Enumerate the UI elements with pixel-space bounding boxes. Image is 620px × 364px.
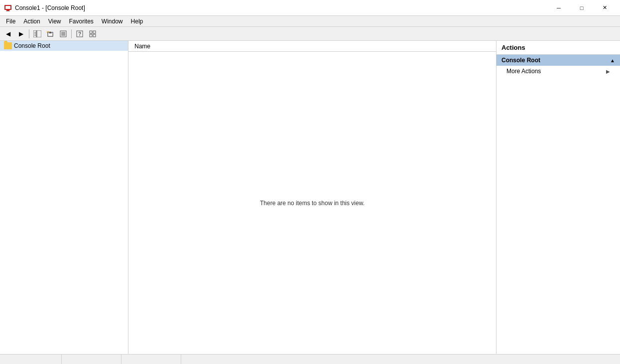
chevron-up-icon: ▲ <box>610 58 615 63</box>
status-segment-3 <box>122 355 181 364</box>
close-button[interactable]: ✕ <box>593 0 616 16</box>
menu-help[interactable]: Help <box>127 16 147 27</box>
svg-rect-22 <box>90 34 92 37</box>
svg-rect-20 <box>90 31 92 33</box>
menu-view[interactable]: View <box>44 16 65 27</box>
submenu-arrow-icon: ▶ <box>606 69 610 74</box>
content-panel: Name There are no items to show in this … <box>128 41 496 354</box>
toolbar: ◀ ▶ ? <box>0 27 620 41</box>
actions-item-more-actions[interactable]: More Actions ▶ <box>496 66 620 77</box>
export-list-button[interactable] <box>57 28 69 39</box>
title-bar-controls: ─ □ ✕ <box>547 0 616 16</box>
svg-rect-2 <box>6 10 9 11</box>
back-button[interactable]: ◀ <box>2 28 14 39</box>
svg-text:?: ? <box>78 31 81 37</box>
tree-panel: Console Root <box>0 41 128 354</box>
tree-item-label: Console Root <box>14 42 50 49</box>
actions-item-label: More Actions <box>506 68 541 75</box>
empty-message: There are no items to show in this view. <box>260 200 365 207</box>
column-header-name: Name <box>130 42 154 51</box>
svg-rect-3 <box>6 11 10 11</box>
tree-item-console-root[interactable]: Console Root <box>0 41 128 51</box>
restore-button[interactable]: □ <box>570 0 593 16</box>
window-title: Console1 - [Console Root] <box>15 4 85 11</box>
forward-button[interactable]: ▶ <box>15 28 27 39</box>
actions-section-label: Console Root <box>501 57 540 64</box>
svg-rect-5 <box>37 30 41 37</box>
actions-panel-title: Actions <box>496 41 620 55</box>
status-segment-1 <box>2 355 62 364</box>
actions-panel: Actions Console Root ▲ More Actions ▶ <box>496 41 620 354</box>
toolbar-separator-1 <box>29 29 29 38</box>
content-header: Name <box>128 41 496 52</box>
svg-rect-13 <box>60 31 66 37</box>
content-body: There are no items to show in this view. <box>128 52 496 354</box>
title-bar: Console1 - [Console Root] ─ □ ✕ <box>0 0 620 16</box>
up-button[interactable] <box>44 28 56 39</box>
svg-rect-21 <box>93 31 96 33</box>
svg-rect-1 <box>5 6 10 9</box>
title-bar-left: Console1 - [Console Root] <box>4 4 85 12</box>
menu-favorites[interactable]: Favorites <box>65 16 98 27</box>
actions-section-console-root[interactable]: Console Root ▲ <box>496 55 620 66</box>
svg-rect-23 <box>93 34 96 37</box>
menu-bar: File Action View Favorites Window Help <box>0 16 620 27</box>
show-hide-tree-button[interactable] <box>31 28 43 39</box>
status-bar <box>0 354 620 364</box>
menu-action[interactable]: Action <box>19 16 44 27</box>
status-segment-2 <box>62 355 122 364</box>
folder-icon <box>4 42 12 49</box>
toolbar-separator-2 <box>71 29 72 38</box>
main-container: Console Root Name There are no items to … <box>0 41 620 354</box>
menu-window[interactable]: Window <box>98 16 127 27</box>
help-button[interactable]: ? <box>74 28 86 39</box>
app-icon <box>4 4 12 12</box>
minimize-button[interactable]: ─ <box>547 0 570 16</box>
menu-file[interactable]: File <box>2 16 19 27</box>
view-button[interactable] <box>87 28 99 39</box>
